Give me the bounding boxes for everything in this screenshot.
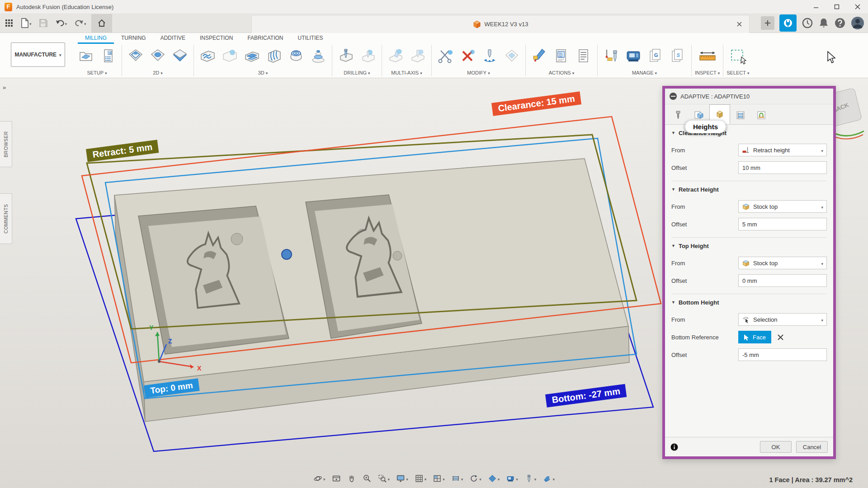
undo-button[interactable] [53,15,70,31]
parallel-button[interactable] [264,45,284,67]
steps-button[interactable] [450,473,464,484]
machine-library-button[interactable] [623,45,644,67]
retract-offset-input[interactable] [738,218,827,230]
selected-point-handle[interactable] [282,249,292,259]
clear-selection-button[interactable] [778,334,783,340]
home-view-button[interactable] [91,14,112,33]
help-button[interactable] [834,17,846,29]
top-offset-input[interactable] [738,274,827,287]
tab-turning[interactable]: TURNING [114,33,153,44]
pan-button[interactable] [346,473,357,484]
group-label-actions[interactable]: ACTIONS [549,69,574,76]
new-setup-button[interactable] [75,45,96,67]
sidebar-item-browser[interactable]: BROWSER [0,121,12,167]
orbit-button[interactable] [312,473,326,484]
bore-button[interactable] [358,45,378,67]
face-selection-chip[interactable]: Face [738,331,771,343]
grid-settings-button[interactable] [414,473,428,484]
tab-linking[interactable] [751,106,772,124]
setup-sheet-button[interactable]: G [98,45,118,67]
tab-passes[interactable] [730,106,751,124]
collapse-dialog-icon[interactable] [670,93,677,100]
job-status-button[interactable] [802,17,813,29]
drill-button[interactable] [335,45,356,67]
viewports-button[interactable] [432,473,446,484]
tab-fabrication[interactable]: FABRICATION [240,33,290,44]
adaptive-clearing-button[interactable] [197,45,218,67]
info-button[interactable] [670,443,678,451]
measure-button[interactable] [697,45,718,67]
document-tab[interactable]: WEEK12 V3 v13 [251,15,750,33]
tab-inspection[interactable]: INSPECTION [193,33,240,44]
machine-visibility-button[interactable] [505,473,519,484]
dialog-header[interactable]: ADAPTIVE : ADAPTIVE10 [665,89,833,104]
post-library-button[interactable]: G [645,45,666,67]
viewcube[interactable]: BACK [836,89,868,147]
top-from-dropdown[interactable]: Stock top [738,257,827,269]
profile-avatar[interactable] [851,16,864,30]
app-launcher-button[interactable] [3,15,15,31]
scallop-button[interactable] [286,45,307,67]
steep-and-shallow-button[interactable] [241,45,262,67]
clearance-from-dropdown[interactable]: Retract height [738,144,827,156]
group-label-inspect[interactable]: INSPECT [695,69,720,76]
notifications-button[interactable] [818,17,829,29]
group-label-drilling[interactable]: DRILLING [344,69,370,76]
tab-utilities[interactable]: UTILITIES [291,33,330,44]
retract-from-dropdown[interactable]: Stock top [738,200,827,213]
window-selection-button[interactable] [727,45,748,67]
display-settings-button[interactable] [395,473,409,484]
tab-tool[interactable] [668,106,689,124]
template-library-button[interactable]: S [667,45,688,67]
spiral-button[interactable] [308,45,329,67]
2d-pocket-button[interactable] [147,45,168,67]
group-label-3d[interactable]: 3D [258,69,268,76]
close-button[interactable] [847,0,868,14]
group-label-manage[interactable]: MANAGE [632,69,657,76]
section-header-retract[interactable]: ▼ Retract Height [671,183,827,196]
tab-additive[interactable]: ADDITIVE [153,33,193,44]
workspace-selector-button[interactable]: MANUFACTURE [11,42,65,67]
group-label-2d[interactable]: 2D [153,69,163,76]
zoom-button[interactable] [362,473,373,484]
isolate-button[interactable] [487,473,501,484]
look-at-button[interactable] [331,473,342,484]
file-menu-button[interactable] [18,15,34,31]
extensions-button[interactable] [779,14,797,32]
group-label-select[interactable]: SELECT [726,69,749,76]
edit-passes-button[interactable] [479,45,500,67]
tool-visibility-button[interactable] [524,473,538,484]
trim-toolpath-button[interactable] [435,45,456,67]
group-label-multiaxis[interactable]: MULTI-AXIS [391,69,422,76]
group-label-modify[interactable]: MODIFY [467,69,490,76]
bottom-offset-input[interactable] [738,348,827,361]
redo-button[interactable] [72,15,89,31]
transform-toolpath-button[interactable] [501,45,522,67]
section-header-top[interactable]: ▼ Top Height [671,239,827,252]
expand-panels-button[interactable]: » [3,84,6,91]
cancel-button[interactable]: Cancel [796,441,828,453]
window-zoom-button[interactable] [377,473,391,484]
document-tab-close-button[interactable] [735,19,744,28]
toolpath-visibility-button[interactable] [542,473,556,484]
face-button[interactable] [170,45,190,67]
pocket-clearing-button[interactable] [219,45,240,67]
swarf-button[interactable] [385,45,406,67]
ok-button[interactable]: OK [760,441,792,453]
nc-program-button[interactable]: G1 G2 [551,45,572,67]
save-button[interactable] [37,15,50,31]
actions-setup-sheet-button[interactable] [573,45,594,67]
delete-toolpath-button[interactable] [457,45,478,67]
tab-milling[interactable]: MILLING [78,33,114,44]
post-process-button[interactable] [529,45,550,67]
new-document-tab-button[interactable] [761,16,774,30]
bottom-from-dropdown[interactable]: Selection [738,313,827,326]
section-header-bottom[interactable]: ▼ Bottom Height [671,296,827,309]
sidebar-item-comments[interactable]: COMMENTS [0,193,12,244]
maximize-button[interactable] [826,0,847,14]
multiaxis-contour-button[interactable] [407,45,428,67]
clearance-offset-input[interactable] [738,161,827,174]
2d-adaptive-button[interactable] [125,45,146,67]
minimize-button[interactable] [806,0,826,14]
loop-button[interactable] [468,473,482,484]
